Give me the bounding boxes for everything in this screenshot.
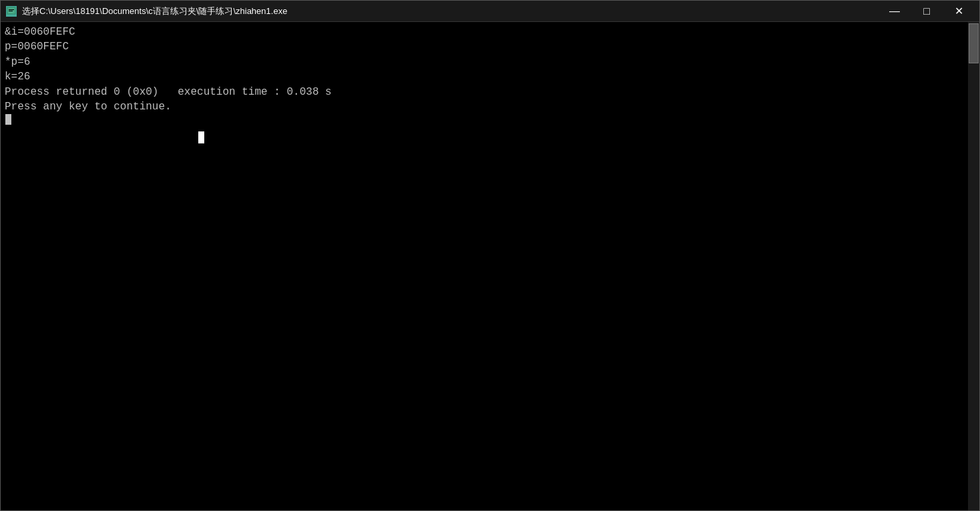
output-line-4: k=26 [5, 69, 964, 84]
svg-rect-2 [9, 11, 13, 11]
window-title: 选择C:\Users\18191\Documents\c语言练习夹\随手练习\z… [22, 5, 879, 17]
scrollbar-thumb[interactable] [969, 23, 979, 63]
window-icon [6, 6, 17, 17]
window-controls: — □ ✕ [879, 1, 974, 22]
minimize-button[interactable]: — [879, 1, 910, 22]
content-area: &i=0060FEFC p=0060FEFC *p=6 k=26 Process… [1, 22, 979, 510]
output-line-2: p=0060FEFC [5, 39, 964, 54]
close-button[interactable]: ✕ [943, 1, 974, 22]
output-line-1: &i=0060FEFC [5, 25, 964, 39]
terminal-output: &i=0060FEFC p=0060FEFC *p=6 k=26 Process… [1, 22, 968, 510]
maximize-button[interactable]: □ [911, 1, 942, 22]
output-line-6: Press any key to continue. [5, 99, 964, 114]
output-line-5: Process returned 0 (0x0) execution time … [5, 85, 964, 99]
titlebar: 选择C:\Users\18191\Documents\c语言练习夹\随手练习\z… [1, 1, 979, 22]
block-cursor [198, 131, 204, 143]
console-window: 选择C:\Users\18191\Documents\c语言练习夹\随手练习\z… [0, 0, 980, 511]
output-line-3: *p=6 [5, 55, 964, 69]
text-cursor [5, 114, 11, 125]
vertical-scrollbar[interactable] [968, 22, 979, 510]
svg-rect-1 [9, 9, 14, 10]
cursor-line [5, 114, 964, 125]
